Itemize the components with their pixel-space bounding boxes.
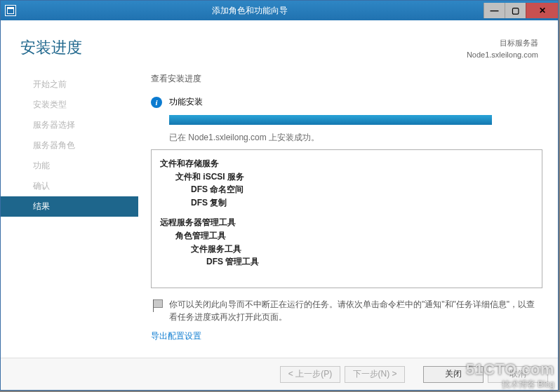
detail-item: 文件和 iSCSI 服务 — [175, 170, 533, 184]
export-config-link[interactable]: 导出配置设置 — [151, 330, 542, 342]
subheading: 查看安装进度 — [151, 73, 542, 85]
note-text: 你可以关闭此向导而不中断正在运行的任务。请依次单击命令栏中的"通知"和"任务详细… — [169, 298, 542, 323]
step-features: 功能 — [1, 156, 138, 176]
install-details-box[interactable]: 文件和存储服务 文件和 iSCSI 服务 DFS 命名空间 DFS 复制 远程服… — [151, 149, 542, 288]
page-title: 安装进度 — [20, 37, 82, 60]
detail-item: DFS 复制 — [191, 196, 533, 210]
wizard-steps-sidebar: 开始之前 安装类型 服务器选择 服务器角色 功能 确认 结果 — [1, 67, 138, 358]
target-server: 目标服务器 Node1.sxleilong.com — [467, 37, 538, 60]
step-install-type: 安装类型 — [1, 95, 138, 115]
app-icon — [5, 5, 16, 16]
target-label: 目标服务器 — [467, 37, 538, 49]
window-controls: — ▢ ✕ — [484, 3, 558, 18]
close-button[interactable]: ✕ — [526, 3, 558, 18]
target-value: Node1.sxleilong.com — [467, 49, 538, 61]
header-row: 安装进度 目标服务器 Node1.sxleilong.com — [1, 20, 558, 67]
step-server-select: 服务器选择 — [1, 115, 138, 135]
next-button: 下一步(N) > — [345, 366, 405, 383]
info-icon: i — [151, 97, 162, 108]
detail-item: DFS 管理工具 — [206, 255, 533, 269]
flag-icon — [151, 299, 164, 312]
status-text: 功能安装 — [169, 96, 203, 108]
footer-buttons: < 上一步(P) 下一步(N) > 关闭 取消 — [1, 358, 558, 390]
detail-item: 角色管理工具 — [175, 229, 533, 243]
titlebar: 添加角色和功能向导 — ▢ ✕ — [1, 1, 558, 20]
step-server-roles: 服务器角色 — [1, 135, 138, 156]
previous-button: < 上一步(P) — [280, 366, 340, 383]
step-results: 结果 — [1, 196, 138, 217]
cancel-button: 取消 — [488, 366, 548, 383]
body-row: 开始之前 安装类型 服务器选择 服务器角色 功能 确认 结果 查看安装进度 i … — [1, 67, 558, 358]
minimize-button[interactable]: — — [484, 3, 505, 18]
status-line: i 功能安装 — [151, 96, 542, 108]
detail-item: 文件和存储服务 — [160, 157, 533, 170]
main-panel: 查看安装进度 i 功能安装 已在 Node1.sxleilong.com 上安装… — [138, 67, 551, 358]
note-row: 你可以关闭此向导而不中断正在运行的任务。请依次单击命令栏中的"通知"和"任务详细… — [151, 298, 542, 323]
completion-message: 已在 Node1.sxleilong.com 上安装成功。 — [169, 132, 542, 144]
detail-item: DFS 命名空间 — [191, 183, 533, 196]
detail-item: 文件服务工具 — [191, 243, 533, 256]
progress-bar — [169, 115, 492, 125]
wizard-window: 添加角色和功能向导 — ▢ ✕ 安装进度 目标服务器 Node1.sxleilo… — [0, 0, 559, 391]
close-wizard-button[interactable]: 关闭 — [423, 366, 484, 383]
maximize-button[interactable]: ▢ — [505, 3, 526, 18]
progress-fill — [169, 115, 492, 125]
content-area: 安装进度 目标服务器 Node1.sxleilong.com 开始之前 安装类型… — [1, 20, 558, 390]
detail-item: 远程服务器管理工具 — [160, 216, 533, 229]
window-title: 添加角色和功能向导 — [16, 5, 484, 17]
step-confirm: 确认 — [1, 176, 138, 196]
step-before-begin: 开始之前 — [1, 74, 138, 95]
